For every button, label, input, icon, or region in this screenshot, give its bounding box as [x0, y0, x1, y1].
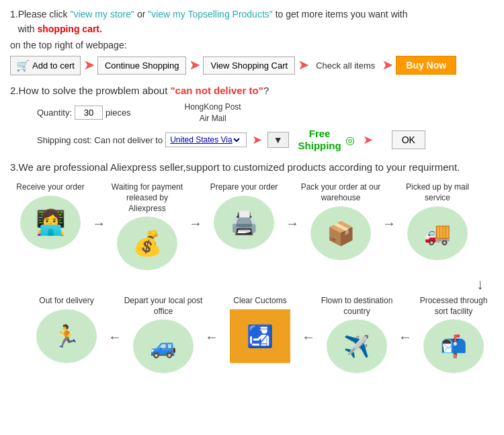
flow-label-6: Out for delivery: [39, 296, 93, 307]
connector-r2: ←: [205, 296, 218, 345]
flow-label-4: Pack your order at our warehouse: [300, 182, 381, 203]
flow-item-9: Flown to destination country ✈️: [317, 296, 397, 373]
section3: 3.We are professional Aliexpress seller,…: [10, 161, 494, 173]
free-shipping-icon: ◎: [345, 134, 355, 147]
section1-or: or: [134, 9, 148, 19]
flow-row1: Receive your order 👩‍💻 → Waiting for pay…: [10, 182, 494, 270]
arrow2: ➤: [190, 58, 200, 73]
flow-item-7: Depart your local post office 🚙: [123, 296, 204, 373]
flow-icon-9: ✈️: [327, 319, 387, 373]
view-cart-label: View Shopping Cart: [210, 61, 288, 71]
pieces-label: pieces: [106, 108, 131, 118]
flow-label-10: Processed through sort facility: [413, 296, 494, 317]
flow-item-10: Processed through sort facility 📬: [413, 296, 494, 373]
ship-dropdown2[interactable]: ▼: [267, 132, 289, 148]
flow-item-1: Receive your order 👩‍💻: [10, 182, 91, 249]
flow-label-5: Picked up by mail service: [397, 182, 478, 203]
flow-item-3: Prepare your order 🖨️: [204, 182, 284, 249]
connector-2: →: [189, 182, 202, 231]
section2-title: 2.How to solve the prowblem about "can n…: [10, 85, 494, 96]
section1-suffix: to get more items you want with: [273, 9, 408, 19]
down-arrow-icon: ↓: [476, 276, 484, 293]
flow-item-6: Out for delivery 🏃: [26, 296, 107, 363]
flow-row2: Processed through sort facility 📬 ← Flow…: [10, 296, 494, 373]
flow-icon-4: 📦: [310, 206, 371, 260]
connector-r4: ←: [398, 296, 412, 345]
add-to-cert-label: Add to cert: [32, 61, 75, 71]
section2-title-suffix: ?: [263, 85, 269, 96]
flow-icon-2: 💰: [117, 216, 177, 270]
hk-post-line2: Air Mail: [200, 114, 226, 123]
quantity-row: Quantity: pieces HongKong Post Air Mail: [37, 102, 494, 124]
flow-diagram: Receive your order 👩‍💻 → Waiting for pay…: [10, 182, 494, 373]
section1: 1.Please click "view my store" or "view …: [10, 7, 494, 75]
continue-shopping-label: Continue Shopping: [105, 61, 179, 71]
flow-icon-8: 🛃: [230, 309, 290, 363]
flow-label-7: Depart your local post office: [123, 296, 204, 317]
flow-icon-7: 🚙: [133, 319, 194, 373]
arrow1: ➤: [84, 58, 94, 73]
ok-label: OK: [402, 134, 415, 145]
section1-text: 1.Please click "view my store" or "view …: [10, 7, 494, 37]
cannot-deliver-text: "can not deliver to": [170, 85, 263, 96]
flow-label-9: Flown to destination country: [317, 296, 397, 317]
check-all-items-text: Check all items: [312, 61, 379, 71]
flow-icon-5: 🚚: [407, 206, 468, 260]
down-arrow: ↓: [10, 276, 494, 293]
arrow3: ➤: [298, 58, 308, 73]
view-store-link[interactable]: "view my store": [70, 9, 134, 19]
flow-label-1: Receive your order: [16, 182, 84, 193]
cart-icon: 🛒: [16, 59, 30, 72]
flow-icon-3: 🖨️: [214, 196, 274, 249]
connector-4: →: [382, 182, 396, 231]
flow-bar: 🛒 Add to cert ➤ Continue Shopping ➤ View…: [10, 56, 494, 75]
flow-icon-6: 🏃: [36, 309, 97, 363]
flow-icon-10: 📬: [423, 319, 484, 373]
flow-label-8: Clear Cuctoms: [233, 296, 286, 307]
section3-text: 3.We are professional Aliexpress seller,…: [10, 161, 494, 173]
hk-post-info: HongKong Post Air Mail: [185, 102, 241, 124]
ok-red-arrow: ➤: [363, 132, 373, 147]
section2-title-prefix: 2.How to solve the prowblem about: [10, 85, 170, 96]
continue-shopping-button[interactable]: Continue Shopping: [97, 56, 187, 75]
section2: 2.How to solve the prowblem about "can n…: [10, 85, 494, 153]
buy-now-label: Buy Now: [406, 60, 446, 71]
view-topselling-link[interactable]: "view my Topselling Products": [148, 9, 273, 19]
add-to-cert-button[interactable]: 🛒 Add to cert: [10, 56, 81, 75]
shopping-cart-label: shopping cart.: [37, 24, 101, 34]
ship-select-box[interactable]: United States Via ▼: [165, 132, 247, 147]
hk-post-line1: HongKong Post: [185, 102, 241, 112]
connector-r1: ←: [108, 296, 122, 345]
shipping-cost-row: Shipping cost: Can not deliver to United…: [37, 128, 494, 152]
ship-red-arrow: ➤: [252, 132, 262, 147]
quantity-input[interactable]: [75, 106, 103, 120]
connector-1: →: [92, 182, 106, 231]
flow-item-4: Pack your order at our warehouse 📦: [300, 182, 381, 260]
flow-icon-1: 👩‍💻: [20, 196, 81, 249]
flow-label-2: Waiting for payment released by Aliexpre…: [107, 182, 187, 214]
ship-select-dropdown[interactable]: ▼: [233, 134, 242, 145]
flow-item-2: Waiting for payment released by Aliexpre…: [107, 182, 187, 270]
shipping-cost-label: Shipping cost: Can not deliver to: [37, 135, 163, 145]
arrow4: ➤: [382, 58, 392, 73]
connector-r3: ←: [302, 296, 315, 345]
flow-item-8: Clear Cuctoms 🛃: [220, 296, 300, 363]
top-right-text: on the top right of webpage:: [10, 40, 494, 50]
flow-item-5: Picked up by mail service 🚚: [397, 182, 478, 260]
buy-now-button[interactable]: Buy Now: [396, 56, 456, 75]
free-shipping-text: FreeShipping: [298, 128, 341, 152]
connector-3: →: [286, 182, 299, 231]
ship-select-text: United States Via: [170, 135, 233, 145]
view-cart-button[interactable]: View Shopping Cart: [203, 56, 295, 75]
ok-button[interactable]: OK: [392, 130, 425, 149]
flow-label-3: Prepare your order: [210, 182, 278, 193]
section1-prefix: 1.Please click: [10, 9, 70, 19]
quantity-label: Quantity:: [37, 108, 72, 118]
